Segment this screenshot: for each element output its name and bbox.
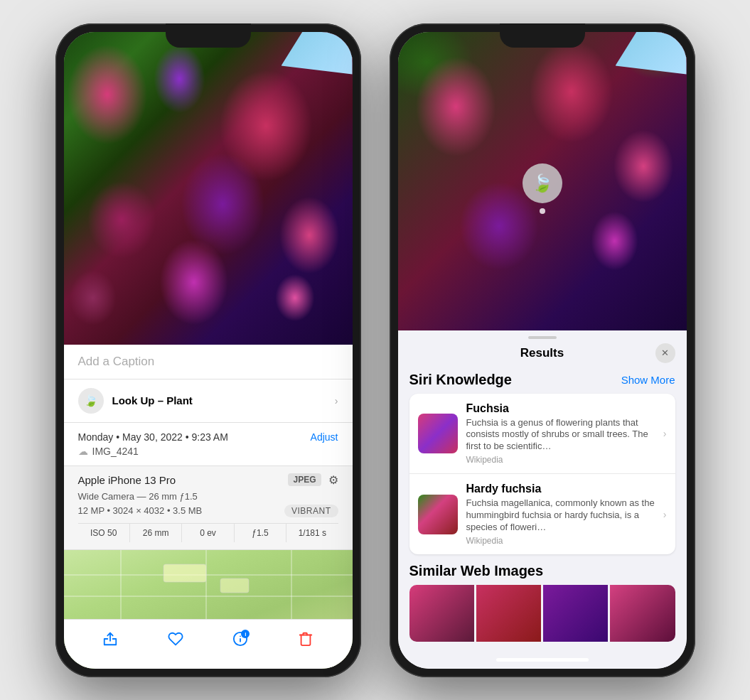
svg-rect-6 bbox=[220, 578, 249, 593]
knowledge-item-hardy-fuchsia[interactable]: Hardy fuchsia Fuchsia magellanica, commo… bbox=[409, 474, 675, 554]
photo-date: Monday • May 30, 2022 • 9:23 AM bbox=[78, 431, 228, 443]
hardy-fuchsia-source: Wikipedia bbox=[466, 536, 655, 546]
similar-images-title: Similar Web Images bbox=[409, 563, 544, 579]
close-icon: ✕ bbox=[661, 348, 669, 358]
similar-image-3[interactable] bbox=[543, 585, 608, 642]
close-button[interactable]: ✕ bbox=[655, 343, 675, 363]
fuchsia-desc: Fuchsia is a genus of flowering plants t… bbox=[466, 417, 655, 453]
lookup-bold: Look Up – bbox=[112, 394, 164, 406]
exif-aperture: ƒ1.5 bbox=[235, 524, 286, 542]
format-badge: JPEG bbox=[288, 473, 321, 486]
exif-shutter: 1/181 s bbox=[286, 524, 338, 542]
similar-image-2[interactable] bbox=[476, 585, 541, 642]
left-screen: Add a Caption 🍃 Look Up – Plant › Monday… bbox=[64, 32, 353, 669]
camera-settings-icon: ⚙ bbox=[328, 473, 338, 487]
right-screen: 🍃 Results ✕ bbox=[398, 32, 687, 669]
filter-badge: VIBRANT bbox=[284, 505, 338, 517]
lookup-plain: Plant bbox=[164, 394, 193, 406]
fuchsia-thumbnail bbox=[418, 414, 458, 453]
info-button[interactable]: i bbox=[232, 631, 248, 651]
right-photo-display: 🍃 bbox=[398, 32, 687, 330]
delete-button[interactable] bbox=[298, 631, 314, 651]
device-name: Apple iPhone 13 Pro bbox=[78, 474, 176, 486]
photo-display bbox=[64, 32, 353, 345]
exif-iso: ISO 50 bbox=[78, 524, 130, 542]
right-phone: 🍃 Results ✕ bbox=[390, 23, 695, 677]
siri-knowledge-title: Siri Knowledge bbox=[409, 372, 512, 388]
similar-images-row[interactable] bbox=[409, 585, 675, 642]
left-phone: Add a Caption 🍃 Look Up – Plant › Monday… bbox=[55, 23, 361, 677]
info-badge: i bbox=[241, 630, 250, 638]
caption-input-area[interactable]: Add a Caption bbox=[64, 345, 353, 379]
caption-placeholder: Add a Caption bbox=[78, 355, 155, 368]
svg-rect-5 bbox=[164, 564, 206, 582]
results-title: Results bbox=[520, 346, 564, 360]
hardy-fuchsia-chevron: › bbox=[663, 509, 667, 520]
similar-image-4[interactable] bbox=[610, 585, 675, 642]
device-section: Apple iPhone 13 Pro JPEG ⚙ Wide Camera —… bbox=[64, 466, 353, 550]
lookup-icon-circle: 🍃 bbox=[78, 388, 104, 414]
results-header: Results ✕ bbox=[398, 339, 687, 366]
hardy-fuchsia-thumbnail bbox=[418, 495, 458, 534]
fuchsia-source: Wikipedia bbox=[466, 455, 655, 465]
metadata-section: Monday • May 30, 2022 • 9:23 AM Adjust ☁… bbox=[64, 423, 353, 466]
lookup-chevron: › bbox=[335, 395, 338, 406]
exif-row: ISO 50 26 mm 0 ev ƒ1.5 1/181 s bbox=[78, 523, 338, 542]
filename: IMG_4241 bbox=[92, 446, 139, 457]
leaf-icon: 🍃 bbox=[84, 394, 98, 407]
right-home-bar[interactable] bbox=[496, 658, 589, 662]
favorite-button[interactable] bbox=[168, 631, 183, 651]
hardy-fuchsia-desc: Fuchsia magellanica, commonly known as t… bbox=[466, 497, 655, 534]
show-more-button[interactable]: Show More bbox=[621, 374, 675, 386]
lookup-row[interactable]: 🍃 Look Up – Plant › bbox=[64, 379, 353, 423]
knowledge-card: Fuchsia Fuchsia is a genus of flowering … bbox=[409, 394, 675, 554]
share-button[interactable] bbox=[102, 631, 118, 651]
exif-focal: 26 mm bbox=[130, 524, 182, 542]
siri-knowledge-section: Siri Knowledge Show More bbox=[409, 372, 675, 554]
fuchsia-chevron: › bbox=[663, 428, 667, 439]
visual-search-button[interactable]: 🍃 bbox=[523, 163, 562, 203]
lookup-label: Look Up – Plant bbox=[112, 394, 193, 406]
exif-ev: 0 ev bbox=[182, 524, 234, 542]
adjust-button[interactable]: Adjust bbox=[311, 431, 338, 443]
similar-images-section: Similar Web Images bbox=[409, 563, 675, 642]
hardy-fuchsia-name: Hardy fuchsia bbox=[466, 483, 655, 495]
visual-search-dot bbox=[540, 208, 545, 214]
camera-type: Wide Camera — 26 mm ƒ1.5 bbox=[78, 491, 198, 502]
resolution-info: 12 MP • 3024 × 4032 • 3.5 MB bbox=[78, 505, 203, 516]
similar-image-1[interactable] bbox=[409, 585, 474, 642]
results-content[interactable]: Siri Knowledge Show More bbox=[398, 366, 687, 669]
visual-search-icon: 🍃 bbox=[532, 173, 553, 193]
results-sheet: Results ✕ Siri Knowledge Show More bbox=[398, 330, 687, 669]
fuchsia-text: Fuchsia Fuchsia is a genus of flowering … bbox=[466, 402, 655, 465]
home-bar[interactable] bbox=[162, 658, 255, 662]
knowledge-item-fuchsia[interactable]: Fuchsia Fuchsia is a genus of flowering … bbox=[409, 394, 675, 475]
cloud-icon: ☁ bbox=[78, 446, 88, 457]
hardy-fuchsia-text: Hardy fuchsia Fuchsia magellanica, commo… bbox=[466, 483, 655, 546]
fuchsia-name: Fuchsia bbox=[466, 402, 655, 415]
